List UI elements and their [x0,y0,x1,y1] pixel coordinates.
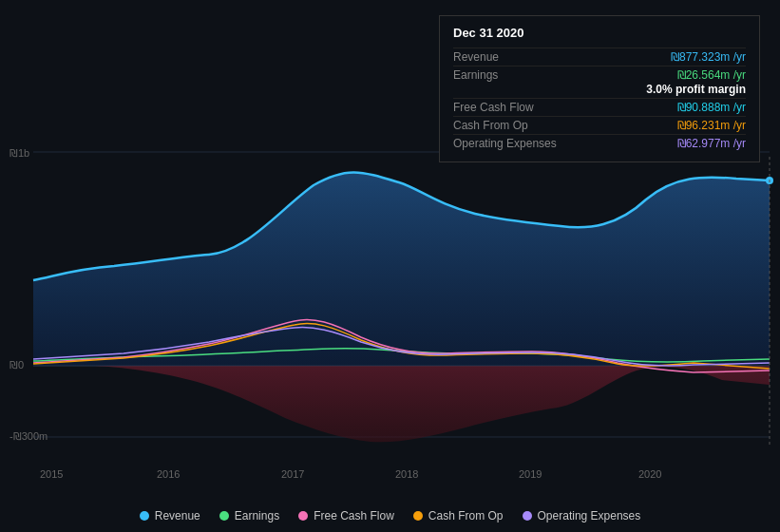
x-label-2018: 2018 [395,468,418,480]
legend-label-revenue: Revenue [155,509,200,522]
x-label-2016: 2016 [157,468,180,480]
tooltip-value-cashfromop: ₪96.231m /yr [677,119,746,132]
chart-container: ₪1b ₪0 -₪300m 2015 2016 2017 2018 2019 2… [0,0,780,532]
legend-dot-earnings [219,511,229,521]
tooltip-row-opex: Operating Expenses ₪62.977m /yr [453,134,746,152]
tooltip-label-earnings: Earnings [453,68,498,96]
y-label-0: ₪0 [10,359,24,371]
legend-dot-opex [523,511,532,521]
x-label-2017: 2017 [281,468,304,480]
tooltip-label-cashfromop: Cash From Op [453,119,528,132]
x-label-2019: 2019 [519,468,542,480]
legend-label-fcf: Free Cash Flow [314,509,394,522]
tooltip-label-opex: Operating Expenses [453,137,557,150]
tooltip-box: Dec 31 2020 Revenue ₪877.323m /yr Earnin… [439,15,760,162]
tooltip-row-fcf: Free Cash Flow ₪90.888m /yr [453,98,746,116]
legend-label-cashfromop: Cash From Op [428,509,504,522]
tooltip-value-fcf: ₪90.888m /yr [677,101,746,114]
legend-item-fcf[interactable]: Free Cash Flow [298,509,394,522]
x-label-2020: 2020 [638,468,661,480]
tooltip-row-cashfromop: Cash From Op ₪96.231m /yr [453,116,746,134]
tooltip-label-fcf: Free Cash Flow [453,101,534,114]
tooltip-profit-margin: 3.0% profit margin [646,83,746,96]
legend-dot-cashfromop [413,511,423,521]
x-label-2015: 2015 [40,468,63,480]
legend-label-earnings: Earnings [235,509,279,522]
legend-item-cashfromop[interactable]: Cash From Op [413,509,504,522]
legend-dot-revenue [140,511,149,521]
tooltip-row-revenue: Revenue ₪877.323m /yr [453,48,746,66]
legend-item-revenue[interactable]: Revenue [140,509,200,522]
legend-item-opex[interactable]: Operating Expenses [523,509,641,522]
y-label-neg300m: -₪300m [10,430,48,443]
legend-dot-fcf [298,511,308,521]
chart-legend: Revenue Earnings Free Cash Flow Cash Fro… [0,509,780,522]
legend-item-earnings[interactable]: Earnings [219,509,279,522]
tooltip-title: Dec 31 2020 [453,26,746,40]
tooltip-row-earnings: Earnings ₪26.564m /yr 3.0% profit margin [453,66,746,98]
tooltip-label-revenue: Revenue [453,50,499,64]
tooltip-value-opex: ₪62.977m /yr [677,137,746,150]
tooltip-value-revenue: ₪877.323m /yr [671,50,746,64]
y-label-1b: ₪1b [10,147,29,160]
legend-label-opex: Operating Expenses [538,509,641,522]
tooltip-value-earnings: ₪26.564m /yr [677,68,746,82]
